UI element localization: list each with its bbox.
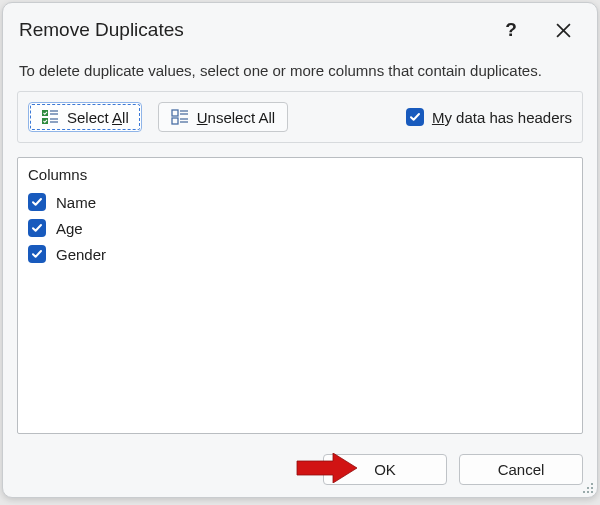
close-button[interactable] <box>541 13 585 47</box>
resize-grip[interactable] <box>581 481 595 495</box>
toolbar: Select All Unselect All <box>17 91 583 143</box>
columns-header: Columns <box>28 166 572 183</box>
svg-rect-2 <box>42 110 48 116</box>
dialog-body: To delete duplicate values, select one o… <box>3 53 597 444</box>
select-all-button[interactable]: Select All <box>28 102 142 132</box>
close-icon <box>556 23 571 38</box>
help-icon: ? <box>505 19 517 41</box>
checkbox-icon <box>28 245 46 263</box>
dialog-title: Remove Duplicates <box>19 19 481 41</box>
checkbox-icon <box>28 193 46 211</box>
columns-listbox[interactable]: Columns Name Age Gender <box>17 157 583 434</box>
dialog-footer: OK Cancel <box>3 444 597 497</box>
checkbox-icon <box>28 219 46 237</box>
has-headers-label: My data has headers <box>432 109 572 126</box>
titlebar: Remove Duplicates ? <box>3 3 597 53</box>
checkbox-icon <box>406 108 424 126</box>
cancel-button[interactable]: Cancel <box>459 454 583 485</box>
column-item-name[interactable]: Name <box>28 189 572 215</box>
has-headers-checkbox[interactable]: My data has headers <box>406 108 572 126</box>
select-all-icon <box>41 108 59 126</box>
instruction-text: To delete duplicate values, select one o… <box>19 61 581 81</box>
svg-rect-8 <box>172 110 178 116</box>
unselect-all-button[interactable]: Unselect All <box>158 102 288 132</box>
column-label: Name <box>56 194 96 211</box>
column-item-gender[interactable]: Gender <box>28 241 572 267</box>
ok-button[interactable]: OK <box>323 454 447 485</box>
select-all-label: Select All <box>67 109 129 126</box>
unselect-all-label: Unselect All <box>197 109 275 126</box>
column-label: Age <box>56 220 83 237</box>
unselect-all-icon <box>171 108 189 126</box>
column-label: Gender <box>56 246 106 263</box>
svg-rect-9 <box>172 118 178 124</box>
column-item-age[interactable]: Age <box>28 215 572 241</box>
remove-duplicates-dialog: Remove Duplicates ? To delete duplicate … <box>2 2 598 498</box>
svg-rect-3 <box>42 118 48 124</box>
help-button[interactable]: ? <box>489 13 533 47</box>
